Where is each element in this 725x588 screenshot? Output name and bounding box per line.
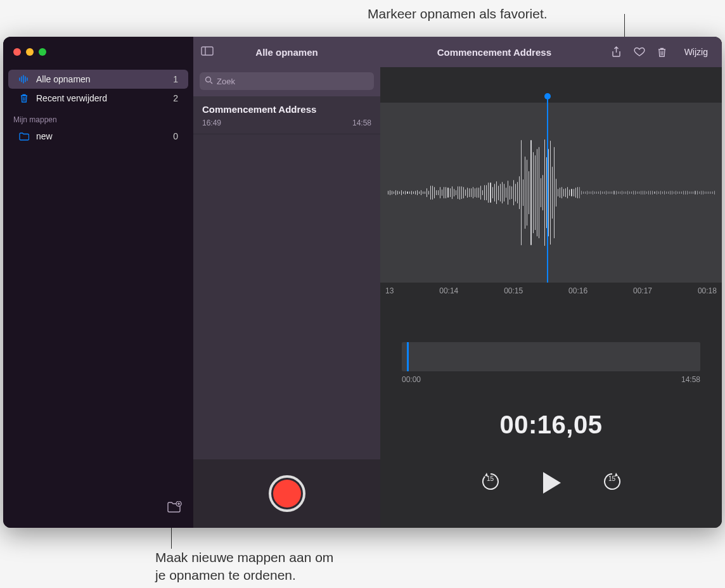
waveform-canvas <box>380 103 722 283</box>
waveform-overview-wrap: 00:00 14:58 <box>402 342 700 384</box>
skip-amount: 15 <box>480 475 501 482</box>
record-area <box>193 459 380 528</box>
titlebar <box>3 37 722 67</box>
overview-playhead[interactable] <box>407 342 409 371</box>
overview-end-time: 14:58 <box>681 375 700 384</box>
record-button[interactable] <box>269 475 305 512</box>
new-folder-button[interactable] <box>160 497 193 521</box>
waveform-icon <box>18 75 30 84</box>
callout-folders-text-2: je opnamen te ordenen. <box>155 566 333 584</box>
sidebar-item-all-recordings[interactable]: Alle opnamen 1 <box>8 70 188 89</box>
current-time-display: 00:16,05 <box>380 411 722 439</box>
skip-amount: 15 <box>601 475 623 482</box>
skip-forward-button[interactable]: 15 <box>601 471 623 495</box>
recordings-list-column: Alle opnamen Commencement Address 16:49 … <box>193 37 380 528</box>
recording-timestamp: 16:49 <box>202 118 221 127</box>
callout-favorite-text: Markeer opnamen als favoriet. <box>368 5 548 23</box>
detail-column: Commencement Address Wijzig 13 0 <box>380 37 722 528</box>
svg-line-13 <box>210 82 212 84</box>
callout-folders-text-1: Maak nieuwe mappen aan om <box>155 549 333 566</box>
sidebar-item-label: Alle opnamen <box>36 74 167 84</box>
minimize-window-button[interactable] <box>26 48 34 56</box>
waveform-overview[interactable] <box>402 342 700 371</box>
sidebar-item-count: 1 <box>173 74 178 84</box>
skip-back-button[interactable]: 15 <box>480 471 501 495</box>
sidebar-item-count: 0 <box>173 131 178 141</box>
timeline-tick: 00:16 <box>568 286 587 295</box>
playback-controls: 15 15 <box>380 471 722 495</box>
app-window: Alle opnamen 1 Recent verwijderd 2 Mijn … <box>3 37 722 528</box>
window-controls <box>3 48 46 56</box>
sidebar-item-folder[interactable]: new 0 <box>8 127 188 146</box>
sidebar-section-title: Mijn mappen <box>3 108 193 127</box>
recording-duration: 14:58 <box>352 118 371 127</box>
search-icon <box>205 75 213 87</box>
search-input[interactable] <box>217 77 369 86</box>
timeline-tick: 00:14 <box>439 286 458 295</box>
playhead[interactable] <box>547 96 548 291</box>
waveform-zoomed[interactable]: 13 00:14 00:15 00:16 00:17 00:18 <box>380 103 722 299</box>
maximize-window-button[interactable] <box>39 48 46 56</box>
svg-point-12 <box>206 77 211 82</box>
timeline-tick: 13 <box>385 286 394 295</box>
play-button[interactable] <box>541 471 562 495</box>
folder-icon <box>18 132 30 141</box>
sidebar-item-count: 2 <box>173 93 178 103</box>
recording-title: Commencement Address <box>202 104 371 115</box>
sidebar-item-label: Recent verwijderd <box>36 93 167 103</box>
overview-start-time: 00:00 <box>402 375 421 384</box>
search-wrap <box>193 67 380 96</box>
search-field[interactable] <box>200 72 374 90</box>
timeline-tick: 00:15 <box>504 286 523 295</box>
timeline-tick: 00:17 <box>633 286 652 295</box>
timeline-tick: 00:18 <box>698 286 717 295</box>
sidebar-item-label: new <box>36 131 167 141</box>
recording-list-item[interactable]: Commencement Address 16:49 14:58 <box>193 96 380 134</box>
trash-icon <box>18 93 30 103</box>
close-window-button[interactable] <box>13 48 21 56</box>
waveform-timeline: 13 00:14 00:15 00:16 00:17 00:18 <box>380 283 722 299</box>
sidebar: Alle opnamen 1 Recent verwijderd 2 Mijn … <box>3 37 193 528</box>
record-icon <box>273 480 301 508</box>
sidebar-item-recently-deleted[interactable]: Recent verwijderd 2 <box>8 89 188 108</box>
